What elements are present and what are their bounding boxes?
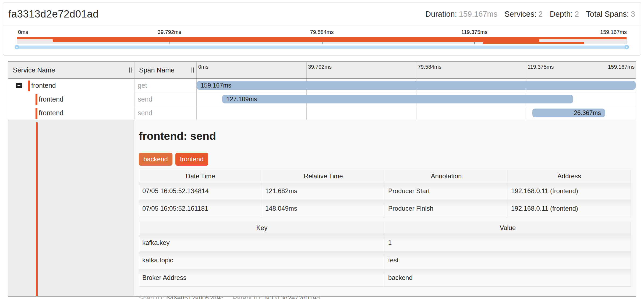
service-badge-backend[interactable]: backend: [139, 153, 172, 166]
span-detail-row: frontend: send backend frontend Date Tim…: [8, 120, 636, 296]
annotation-name: Producer Start: [385, 182, 508, 200]
stat-label: Duration:: [425, 10, 457, 18]
annotations-table: Date Time Relative Time Annotation Addre…: [139, 170, 631, 217]
service-color-indicator: [36, 94, 37, 105]
minimap-bars: [17, 37, 627, 44]
span-detail-title: frontend: send: [139, 130, 631, 142]
timeline-gridline: [526, 62, 526, 78]
slider-handle-left[interactable]: [15, 45, 19, 50]
slider-handle-right[interactable]: [625, 45, 629, 50]
tags-header-row: Key Value: [139, 222, 631, 234]
service-badges: backend frontend: [139, 153, 631, 166]
parent-id-value: fa3313d2e72d01ad: [264, 294, 320, 299]
trace-id-title: fa3313d2e72d01ad: [8, 8, 99, 20]
annotation-row: 07/05 16:05:52.161181 148.049ms Producer…: [139, 200, 631, 217]
service-badge-frontend[interactable]: frontend: [175, 153, 208, 166]
tag-row: kafka.key 1: [139, 234, 631, 252]
minimap-tick-mark: [322, 42, 323, 44]
service-color-indicator: [36, 108, 37, 119]
span-table: Service Name Span Name 0ms 39.792ms 79.5…: [8, 61, 636, 297]
span-ids-footer: Span ID:646e8512a805289c Parent ID:fa331…: [139, 292, 631, 299]
span-duration-bar[interactable]: 159.167ms: [197, 81, 636, 90]
timeline-tick: 79.584ms: [418, 64, 441, 70]
timeline-cell: 159.167ms: [196, 79, 636, 92]
tag-row: kafka.topic test: [139, 252, 631, 269]
tag-value: test: [385, 252, 631, 269]
timeline-gridline: [306, 62, 307, 78]
span-duration-label: 159.167ms: [197, 82, 235, 89]
tag-value: 1: [385, 234, 631, 252]
stat-value: 159.167ms: [459, 10, 498, 18]
tag-key: kafka.key: [139, 234, 385, 252]
detail-gutter: [8, 120, 134, 296]
span-name-cell: get: [134, 79, 196, 92]
tags-col-header: Key: [139, 222, 385, 234]
annotations-col-header: Relative Time: [262, 170, 385, 182]
minimap-row: [17, 37, 627, 39]
timeline-gridline: [526, 106, 526, 120]
span-row-send-2[interactable]: frontend send 26.367ms: [8, 106, 636, 120]
minimap-span-bar: [17, 37, 627, 39]
minimap-tick: 79.584ms: [310, 29, 334, 35]
timeline-cell: 127.109ms: [196, 92, 636, 106]
stat-duration: Duration:159.167ms: [425, 10, 497, 19]
trace-stats: Duration:159.167ms Services:2 Depth:2 To…: [425, 10, 635, 19]
service-color-indicator: [36, 122, 38, 296]
stat-label: Depth:: [550, 10, 573, 18]
stat-total-spans: Total Spans:3: [586, 10, 635, 19]
minimap-range-slider[interactable]: [17, 45, 627, 53]
column-resize-grip-icon[interactable]: [192, 68, 194, 73]
span-id-value: 646e8512a805289c: [166, 294, 223, 299]
timeline-gridline: [416, 62, 416, 78]
tag-row: Broker Address backend: [139, 269, 631, 287]
stat-depth: Depth:2: [550, 10, 579, 19]
minimap-tick: 39.792ms: [158, 29, 181, 35]
span-table-header: Service Name Span Name 0ms 39.792ms 79.5…: [8, 62, 636, 79]
collapse-children-button[interactable]: [16, 83, 22, 88]
span-row-send-1[interactable]: frontend send 127.109ms: [8, 92, 636, 106]
annotation-address: 192.168.0.11 (frontend): [508, 200, 631, 217]
column-header-span-name: Span Name: [134, 62, 196, 78]
annotations-col-header: Date Time: [139, 170, 262, 182]
span-name-cell: send: [134, 92, 196, 106]
annotation-relative-time: 148.049ms: [262, 200, 385, 217]
stat-value: 3: [631, 10, 635, 18]
annotation-relative-time: 121.682ms: [262, 182, 385, 200]
parent-id-label: Parent ID:: [233, 294, 262, 299]
span-detail-panel: frontend: send backend frontend Date Tim…: [134, 120, 636, 296]
tags-table: Key Value kafka.key 1 kafka.topic test B…: [139, 222, 631, 287]
span-duration-label: 127.109ms: [222, 96, 261, 103]
service-cell: frontend: [8, 106, 134, 120]
column-header-label: Span Name: [139, 66, 175, 74]
minimap-span-bar: [53, 39, 539, 42]
slider-track[interactable]: [17, 46, 627, 49]
timeline-tick: 119.375ms: [528, 64, 554, 70]
timeline-tick: 159.167ms: [608, 64, 635, 70]
annotations-col-header: Address: [508, 170, 631, 182]
minimap-span-bar: [483, 42, 584, 44]
service-cell: frontend: [8, 92, 134, 106]
stat-value: 2: [539, 10, 543, 18]
service-name: frontend: [39, 109, 63, 117]
trace-header: fa3313d2e72d01ad Duration:159.167ms Serv…: [3, 2, 641, 26]
span-id-label: Span ID:: [139, 294, 164, 299]
span-duration-bar[interactable]: 127.109ms: [222, 95, 573, 103]
trace-card: fa3313d2e72d01ad Duration:159.167ms Serv…: [3, 2, 641, 55]
stat-label: Total Spans:: [586, 10, 629, 18]
annotations-header-row: Date Time Relative Time Annotation Addre…: [139, 170, 631, 182]
timeline-tick: 0ms: [198, 64, 208, 70]
annotations-col-header: Annotation: [385, 170, 508, 182]
timeline-cell: 26.367ms: [196, 106, 636, 120]
stat-value: 2: [575, 10, 579, 18]
column-header-label: Service Name: [13, 66, 55, 74]
column-header-timeline: 0ms 39.792ms 79.584ms 119.375ms 159.167m…: [196, 62, 636, 78]
minimap-tick-mark: [474, 42, 475, 44]
service-color-indicator: [28, 81, 30, 91]
timeline-gridline: [416, 106, 416, 120]
column-resize-grip-icon[interactable]: [129, 68, 132, 73]
stat-label: Services:: [504, 10, 536, 18]
span-duration-bar[interactable]: 26.367ms: [532, 109, 605, 117]
span-row-get[interactable]: frontend get 159.167ms: [8, 79, 636, 92]
annotation-address: 192.168.0.11 (frontend): [508, 182, 631, 200]
tag-value: backend: [385, 269, 631, 287]
